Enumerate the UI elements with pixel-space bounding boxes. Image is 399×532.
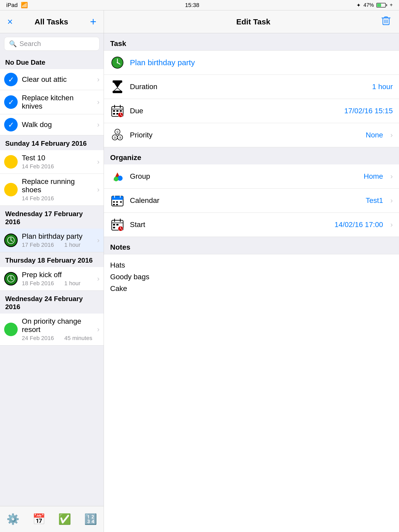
close-button[interactable]: × <box>7 16 13 27</box>
chevron-right-icon: › <box>97 236 99 244</box>
settings-icon: ⚙️ <box>6 513 19 525</box>
group-row[interactable]: Group Home › <box>104 164 399 189</box>
task-list: No Due Date ✓ Clear out attic › ✓ Replac… <box>0 54 104 506</box>
tab-tasks[interactable]: ✅ <box>58 513 71 525</box>
task-item-priority-resort[interactable]: On priority change resort 24 Feb 2016 45… <box>0 314 104 345</box>
task-item-clear-attic[interactable]: ✓ Clear out attic › <box>0 69 104 90</box>
section-18-feb: Thursday 18 February 2016 <box>0 252 104 267</box>
device-label: iPad <box>6 2 18 9</box>
task-name: Prep kick off <box>22 271 93 279</box>
task-item-walk-dog[interactable]: ✓ Walk dog › <box>0 114 104 135</box>
task-clock-icon-wrap <box>110 55 125 70</box>
duration-icon-wrap <box>110 79 125 94</box>
section-14-feb: Sunday 14 February 2016 <box>0 135 104 150</box>
task-name: Test 10 <box>22 154 93 162</box>
start-row[interactable]: Start 14/02/16 17:00 › <box>104 213 399 237</box>
status-left: iPad 📶 <box>6 2 28 9</box>
task-item-prep-kickoff[interactable]: Prep kick off 18 Feb 2016 1 hour › <box>0 267 104 291</box>
clock-svg-icon <box>7 275 15 283</box>
status-bar: iPad 📶 15:38 ✦ 47% + <box>0 0 399 10</box>
task-info: Replace running shoes 14 Feb 2016 <box>22 177 93 202</box>
svg-rect-44 <box>116 201 118 203</box>
chevron-right-icon: › <box>97 325 99 334</box>
tab-sort[interactable]: 🔢 <box>84 513 97 525</box>
due-icon-wrap <box>110 104 125 118</box>
due-row[interactable]: Due 17/02/16 15:15 <box>104 99 399 123</box>
tab-calendar[interactable]: 📅 <box>32 513 45 525</box>
task-clock-icon <box>111 56 124 69</box>
task-item-running-shoes[interactable]: Replace running shoes 14 Feb 2016 › <box>0 174 104 206</box>
time-display: 15:38 <box>185 2 199 9</box>
check-icon: ✓ <box>8 98 14 107</box>
svg-point-14 <box>117 62 118 63</box>
right-header: Edit Task <box>104 10 399 33</box>
all-tasks-title: All Tasks <box>35 17 68 26</box>
calendar-value: Test1 <box>366 196 383 205</box>
priority-chevron-icon: › <box>390 131 393 139</box>
start-label: Start <box>130 221 329 229</box>
svg-rect-16 <box>113 91 122 93</box>
sort-priority-icon: 🔢 <box>84 513 97 525</box>
svg-rect-15 <box>113 81 122 83</box>
task-title-text: Plan birthday party <box>130 58 195 67</box>
calendar-icon <box>111 194 124 207</box>
svg-text:②: ② <box>114 136 116 139</box>
svg-rect-45 <box>120 201 122 203</box>
organize-section-label: Organize <box>104 147 399 164</box>
priority-row[interactable]: ① ② ③ Priority None › <box>104 123 399 147</box>
task-item-test10[interactable]: Test 10 14 Feb 2016 › <box>0 150 104 174</box>
calendar-chevron-icon: › <box>390 196 393 205</box>
task-meta: 14 Feb 2016 <box>22 195 93 202</box>
calendar-label: Calendar <box>130 196 361 205</box>
notes-line-2: Goody bags <box>110 271 393 283</box>
task-item-kitchen-knives[interactable]: ✓ Replace kitchen knives › <box>0 90 104 114</box>
search-icon: 🔍 <box>9 40 17 48</box>
hourglass-icon <box>112 80 123 94</box>
task-icon-green-clock <box>4 234 18 247</box>
task-item-birthday-party[interactable]: Plan birthday party 17 Feb 2016 1 hour › <box>0 229 104 252</box>
task-info: Replace kitchen knives <box>22 94 93 110</box>
main-content: × All Tasks + 🔍 Search No Due Date ✓ Cle… <box>0 10 399 532</box>
trash-icon <box>381 15 391 26</box>
chevron-right-icon: › <box>97 98 99 106</box>
svg-rect-46 <box>113 204 115 205</box>
edit-task-title: Edit Task <box>236 17 270 26</box>
group-icon <box>111 170 124 183</box>
edit-task-content: Task Plan birthday party <box>104 33 399 306</box>
task-duration: 1 hour <box>64 280 81 287</box>
task-date: 17 Feb 2016 <box>22 242 54 248</box>
task-info: Plan birthday party 17 Feb 2016 1 hour <box>22 232 93 248</box>
chevron-right-icon: › <box>97 275 99 283</box>
status-right: ✦ 47% + <box>356 2 393 8</box>
due-value: 17/02/16 15:15 <box>344 107 393 115</box>
task-info: Walk dog <box>22 121 93 129</box>
calendar-row[interactable]: Calendar Test1 › <box>104 189 399 213</box>
notes-content: Hats Goody bags Cake <box>104 254 399 306</box>
bottom-tab-bar: ⚙️ 📅 ✅ 🔢 <box>0 506 104 532</box>
task-date: 18 Feb 2016 <box>22 280 54 287</box>
task-name: Walk dog <box>22 121 93 129</box>
start-icon-wrap <box>110 217 125 232</box>
task-icon-green-bright <box>4 323 18 336</box>
delete-task-button[interactable] <box>381 15 391 28</box>
svg-rect-40 <box>112 196 123 200</box>
task-name: Replace running shoes <box>22 177 93 194</box>
left-panel: × All Tasks + 🔍 Search No Due Date ✓ Cle… <box>0 10 104 532</box>
task-name-row[interactable]: Plan birthday party <box>104 50 399 75</box>
charging-icon: + <box>390 2 393 8</box>
section-24-feb: Wednesday 24 February 2016 <box>0 291 104 314</box>
task-icon-yellow <box>4 155 18 169</box>
notes-line-3: Cake <box>110 283 393 295</box>
task-info: Prep kick off 18 Feb 2016 1 hour <box>22 271 93 287</box>
svg-text:③: ③ <box>119 136 122 139</box>
task-meta: 24 Feb 2016 45 minutes <box>22 335 93 342</box>
tab-settings[interactable]: ⚙️ <box>6 513 19 525</box>
priority-value: None <box>366 131 383 139</box>
task-name: Plan birthday party <box>22 232 93 241</box>
task-icon-blue-check: ✓ <box>4 95 18 109</box>
search-input-wrap[interactable]: 🔍 Search <box>4 37 99 51</box>
svg-point-38 <box>114 177 118 181</box>
duration-row[interactable]: Duration 1 hour <box>104 75 399 99</box>
task-name: Replace kitchen knives <box>22 94 93 110</box>
add-task-button[interactable]: + <box>90 16 96 27</box>
